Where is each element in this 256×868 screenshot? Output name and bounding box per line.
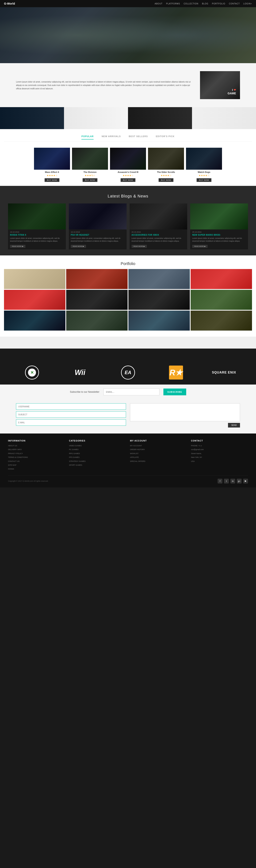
footer-link-contact-us[interactable]: CONTACT US bbox=[8, 460, 65, 463]
footer-col-categories: CATEGORIES VIDEO GAMES PC GAMES RPG GAME… bbox=[69, 439, 126, 471]
footer-link-pc-games[interactable]: PC GAMES bbox=[69, 448, 126, 451]
contact-left bbox=[16, 403, 126, 428]
social-googleplus-icon[interactable]: g+ bbox=[237, 479, 241, 484]
footer-link-sport-games[interactable]: SPORT GAMES bbox=[69, 464, 126, 466]
contact-send-button[interactable]: SEND bbox=[228, 423, 240, 428]
nav-contact[interactable]: CONTACT bbox=[229, 3, 240, 5]
portfolio-item-11[interactable] bbox=[191, 311, 252, 331]
footer-col-information: INFORMATION ABOUT US DELIVERY INFO PRIVA… bbox=[8, 439, 65, 471]
buy-button-2[interactable]: BUY NOW bbox=[121, 178, 135, 182]
hero-figures bbox=[0, 7, 256, 63]
buy-button-1[interactable]: BUY NOW bbox=[83, 178, 97, 182]
footer-link-strategy-games[interactable]: STRATEGY GAMES bbox=[69, 460, 126, 463]
platform-ps[interactable] bbox=[0, 107, 64, 129]
tab-best-sellers[interactable]: BEST SELLERS bbox=[129, 135, 148, 140]
platform-wii[interactable] bbox=[192, 107, 256, 129]
nav-portfolio[interactable]: PORTFOLIO bbox=[212, 3, 225, 5]
footer-link-delivery[interactable]: DELIVERY INFO bbox=[8, 448, 65, 451]
read-more-btn-3[interactable]: READ MORE ▶ bbox=[192, 245, 208, 248]
contact-subject-input[interactable] bbox=[16, 411, 126, 418]
social-twitter-icon[interactable]: t bbox=[224, 479, 229, 484]
blogs-title: Latest Blogs & News bbox=[8, 194, 248, 198]
footer-link-special-offers[interactable]: SPECIAL OFFERS bbox=[130, 460, 187, 463]
portfolio-item-9[interactable] bbox=[66, 311, 127, 331]
portfolio-item-6[interactable] bbox=[129, 290, 190, 310]
portfolio-item-0[interactable] bbox=[4, 269, 65, 289]
brand-xbox-circle: ✕ bbox=[25, 366, 39, 379]
portfolio-item-7[interactable] bbox=[191, 290, 252, 310]
social-facebook-icon[interactable]: f bbox=[218, 479, 222, 484]
footer-link-reviews[interactable]: reviews bbox=[8, 467, 65, 470]
contact-username-input[interactable] bbox=[16, 403, 126, 410]
blog-card-3: 25-10-2016 NEW SUPER MARIO BROD: Lorem i… bbox=[190, 204, 248, 249]
platform-xbox-ctrl[interactable] bbox=[128, 107, 192, 129]
portfolio-item-10[interactable] bbox=[129, 311, 190, 331]
blog-date-0: 19-10-2016 bbox=[10, 231, 64, 233]
nav-blog[interactable]: BLOG bbox=[202, 3, 208, 5]
brand-logo[interactable]: G-World bbox=[4, 2, 15, 5]
brand-rockstar-box: R★ bbox=[169, 366, 183, 379]
footer-copyright: Copyright © 2017 G-World.com All rights … bbox=[8, 480, 48, 482]
portfolio-overlay-2 bbox=[129, 269, 190, 289]
hero-section bbox=[0, 7, 256, 63]
brand-rockstar-text: R★ bbox=[170, 368, 182, 377]
nav-platforms[interactable]: PLATFORMS bbox=[166, 3, 180, 5]
game-thumb-1 bbox=[72, 148, 108, 170]
platform-ps4[interactable] bbox=[64, 107, 128, 129]
social-linkedin-icon[interactable]: in bbox=[230, 479, 235, 484]
footer-col-account-title: MY ACCOUNT bbox=[130, 439, 187, 442]
game-thumb-3 bbox=[148, 148, 184, 170]
portfolio-item-4[interactable] bbox=[4, 290, 65, 310]
game-card-4: Watch Dogs ★★★★☆ BUY NOW bbox=[186, 148, 222, 182]
brand-wii-item: Wii bbox=[64, 365, 96, 380]
tab-popular[interactable]: POPULAR bbox=[81, 135, 94, 140]
footer-link-privacy[interactable]: PRIVACY POLICY bbox=[8, 452, 65, 455]
footer-link-terms[interactable]: TERMS & CONDITIONS bbox=[8, 456, 65, 459]
footer-link-video-games[interactable]: VIDEO GAMES bbox=[69, 444, 126, 447]
about-text: Lorem ipsum dolor sit amet, consectetur … bbox=[16, 80, 192, 90]
nav-about[interactable]: ABOUT bbox=[154, 3, 162, 5]
footer-link-about-us[interactable]: ABOUT US bbox=[8, 444, 65, 447]
tab-new-arrivals[interactable]: NEW ARRIVALS bbox=[102, 135, 121, 140]
blog-excerpt-3: Lorem ipsum dolor sit amet, consectetur … bbox=[192, 237, 246, 242]
buy-button-4[interactable]: BUY NOW bbox=[197, 178, 211, 182]
read-more-btn-2[interactable]: READ MORE ▶ bbox=[132, 245, 147, 248]
footer-link-sitemap[interactable]: SITE MAP bbox=[8, 464, 65, 466]
buy-button-3[interactable]: BUY NOW bbox=[159, 178, 173, 182]
blog-date-1: 19-10-2016 bbox=[71, 231, 124, 233]
contact-email-input[interactable] bbox=[16, 419, 126, 426]
portfolio-item-2[interactable] bbox=[129, 269, 190, 289]
portfolio-overlay-8 bbox=[4, 311, 65, 331]
social-youtube-icon[interactable]: ▶ bbox=[243, 479, 248, 484]
portfolio-item-8[interactable] bbox=[4, 311, 65, 331]
footer-link-wishlist[interactable]: WISHLIST bbox=[130, 452, 187, 455]
nav-login[interactable]: LOGIN+ bbox=[244, 3, 252, 5]
footer-cols: INFORMATION ABOUT US DELIVERY INFO PRIVA… bbox=[8, 439, 248, 471]
footer-link-order-history[interactable]: ORDER HISTORY bbox=[130, 448, 187, 451]
game-title-4: Watch Dogs bbox=[186, 171, 222, 173]
portfolio-overlay-5 bbox=[66, 290, 127, 310]
contact-message-textarea[interactable] bbox=[130, 403, 240, 421]
portfolio-overlay-4 bbox=[4, 290, 65, 310]
game-title-1: The Division bbox=[72, 171, 108, 173]
tab-editors-pick[interactable]: EDITOR'S PICK bbox=[156, 135, 175, 140]
footer-link-my-account[interactable]: MY ACCOUNT bbox=[130, 444, 187, 447]
buy-button-0[interactable]: BUY NOW bbox=[45, 178, 59, 182]
subscribe-button[interactable]: SUBSCRIBE bbox=[163, 389, 186, 395]
read-more-btn-0[interactable]: READ MORE ▶ bbox=[10, 245, 25, 248]
footer-link-affiliate[interactable]: AFFILIATE bbox=[130, 456, 187, 459]
game-title-0: Mass Effect 4 bbox=[34, 171, 70, 173]
footer-link-fps-games[interactable]: FPS GAMES bbox=[69, 456, 126, 459]
game-card-3: The Elder Scrolls ★★★★☆ BUY NOW bbox=[148, 148, 184, 182]
footer: INFORMATION ABOUT US DELIVERY INFO PRIVA… bbox=[0, 434, 256, 488]
blog-thumb-0 bbox=[8, 204, 66, 229]
portfolio-item-5[interactable] bbox=[66, 290, 127, 310]
game-card-0: Mass Effect 4 ★★★★☆ BUY NOW bbox=[34, 148, 70, 182]
newsletter-input[interactable] bbox=[104, 389, 160, 395]
footer-link-rpg-games[interactable]: RPG GAMES bbox=[69, 452, 126, 455]
read-more-btn-1[interactable]: READ MORE ▶ bbox=[71, 245, 86, 248]
game-stars-4: ★★★★☆ bbox=[186, 174, 222, 177]
portfolio-item-3[interactable] bbox=[191, 269, 252, 289]
portfolio-item-1[interactable] bbox=[66, 269, 127, 289]
nav-collection[interactable]: COLLECTION bbox=[183, 3, 198, 5]
